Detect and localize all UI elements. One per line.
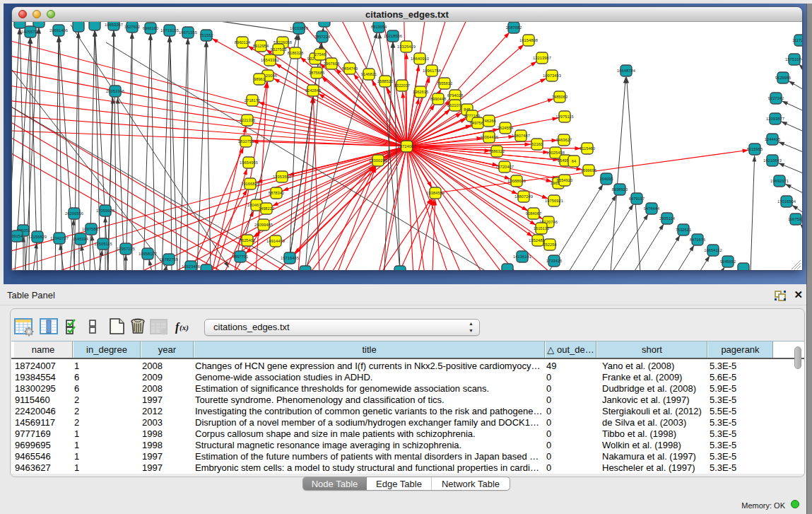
svg-text:19166825: 19166825: [241, 182, 259, 186]
svg-text:8938923: 8938923: [612, 187, 628, 192]
svg-text:9227342: 9227342: [768, 96, 784, 100]
svg-text:1117278: 1117278: [792, 38, 802, 42]
svg-text:6479197: 6479197: [629, 197, 645, 201]
svg-text:10654112: 10654112: [704, 248, 722, 252]
svg-text:18640910: 18640910: [411, 57, 429, 61]
svg-text:10973493: 10973493: [543, 74, 561, 78]
svg-text:16782759: 16782759: [160, 257, 178, 262]
svg-text:8186328: 8186328: [288, 51, 304, 55]
svg-text:20364436: 20364436: [480, 135, 498, 139]
svg-text:17359928: 17359928: [96, 209, 114, 213]
svg-text:10958107: 10958107: [139, 252, 157, 256]
svg-text:16648784: 16648784: [617, 69, 636, 73]
svg-text:7886322: 7886322: [489, 149, 505, 153]
svg-text:12213967: 12213967: [533, 56, 551, 60]
svg-text:98961: 98961: [254, 77, 265, 81]
svg-text:8813054: 8813054: [371, 25, 387, 29]
svg-text:16210643: 16210643: [763, 158, 782, 163]
svg-text:6794028: 6794028: [447, 93, 464, 98]
svg-text:746266: 746266: [482, 119, 495, 123]
svg-text:9327503: 9327503: [271, 47, 287, 52]
svg-text:8960124: 8960124: [235, 40, 251, 45]
svg-text:12093877: 12093877: [766, 117, 784, 121]
svg-text:26206556: 26206556: [65, 211, 83, 216]
svg-text:9084067: 9084067: [526, 211, 542, 216]
svg-text:1621072: 1621072: [447, 103, 464, 107]
svg-text:16154808: 16154808: [519, 38, 538, 42]
svg-text:10025438: 10025438: [546, 151, 565, 155]
svg-text:8912954: 8912954: [253, 44, 269, 48]
svg-text:19384554: 19384554: [426, 191, 445, 195]
svg-text:7632621: 7632621: [676, 228, 692, 232]
svg-text:1527602: 1527602: [124, 25, 141, 29]
svg-text:10807487: 10807487: [512, 134, 530, 138]
svg-text:6554923: 6554923: [557, 178, 573, 182]
svg-text:19218506: 19218506: [384, 34, 402, 38]
svg-text:16033809: 16033809: [290, 26, 308, 30]
svg-text:9245652: 9245652: [720, 259, 736, 264]
svg-text:1810755: 1810755: [238, 139, 254, 144]
svg-text:9146821: 9146821: [361, 72, 377, 76]
svg-text:1362615: 1362615: [413, 90, 429, 94]
svg-text:1615132: 1615132: [534, 226, 550, 230]
svg-text:18300295: 18300295: [369, 158, 387, 163]
svg-text:8990448: 8990448: [430, 97, 447, 101]
svg-text:19692971: 19692971: [770, 179, 789, 183]
svg-text:1145194: 1145194: [73, 237, 89, 241]
svg-text:10653267: 10653267: [105, 23, 123, 27]
svg-text:18807249: 18807249: [514, 194, 533, 199]
svg-text:9857791: 9857791: [233, 255, 249, 259]
svg-text:2718176: 2718176: [245, 98, 261, 103]
svg-text:252254: 252254: [543, 243, 557, 247]
svg-text:9115460: 9115460: [579, 146, 595, 151]
svg-text:14914479: 14914479: [266, 239, 285, 243]
svg-text:9242845: 9242845: [305, 88, 322, 93]
svg-text:27546: 27546: [314, 52, 326, 57]
svg-text:3875685: 3875685: [309, 71, 325, 75]
svg-text:8471676: 8471676: [690, 238, 706, 242]
svg-text:2935114: 2935114: [659, 216, 676, 221]
svg-text:24099485: 24099485: [254, 223, 273, 227]
svg-text:16671355: 16671355: [179, 30, 197, 35]
svg-text:164095: 164095: [599, 177, 613, 181]
svg-text:20053346: 20053346: [106, 89, 124, 93]
svg-text:12156829: 12156829: [28, 235, 47, 239]
svg-text:7955812: 7955812: [437, 81, 453, 86]
svg-text:2967608: 2967608: [324, 62, 340, 66]
svg-text:1588520: 1588520: [377, 79, 394, 83]
svg-text:19654955: 19654955: [240, 160, 258, 165]
svg-text:17016504: 17016504: [777, 199, 796, 204]
svg-text:3624554: 3624554: [498, 126, 514, 130]
svg-text:6966160: 6966160: [143, 26, 159, 30]
svg-text:12923466: 12923466: [182, 264, 200, 269]
svg-text:12975115: 12975115: [555, 115, 573, 119]
svg-text:14055724: 14055724: [21, 30, 40, 34]
svg-text:9699695: 9699695: [581, 168, 597, 173]
svg-text:9474444: 9474444: [644, 206, 660, 211]
svg-text:9129966: 9129966: [775, 76, 792, 80]
svg-text:13325419: 13325419: [397, 45, 416, 49]
svg-text:14136141: 14136141: [513, 255, 531, 259]
svg-text:8454749: 8454749: [342, 66, 358, 71]
svg-text:1244415: 1244415: [765, 137, 781, 141]
svg-text:1221336: 1221336: [240, 118, 256, 122]
svg-text:12505115: 12505115: [94, 242, 112, 246]
svg-text:7485063: 7485063: [552, 95, 568, 99]
svg-text:8215955: 8215955: [747, 147, 763, 151]
svg-text:15716485: 15716485: [281, 256, 299, 260]
svg-text:39154: 39154: [12, 234, 23, 238]
svg-text:10961758: 10961758: [423, 69, 441, 73]
svg-text:17957225: 17957225: [117, 247, 135, 251]
svg-text:19756921: 19756921: [545, 199, 563, 203]
svg-text:(x): (x): [180, 323, 189, 332]
svg-text:7625402: 7625402: [240, 238, 256, 243]
svg-text:12342737: 12342737: [50, 236, 69, 240]
svg-text:64: 64: [572, 159, 577, 163]
svg-text:7857224: 7857224: [314, 35, 331, 39]
svg-text:10975867: 10975867: [82, 227, 100, 231]
svg-text:15720407: 15720407: [495, 165, 514, 169]
svg-text:8322037: 8322037: [394, 83, 411, 88]
svg-text:751552: 751552: [199, 33, 213, 37]
svg-text:18724007: 18724007: [398, 144, 416, 148]
svg-text:1167533: 1167533: [788, 217, 802, 221]
